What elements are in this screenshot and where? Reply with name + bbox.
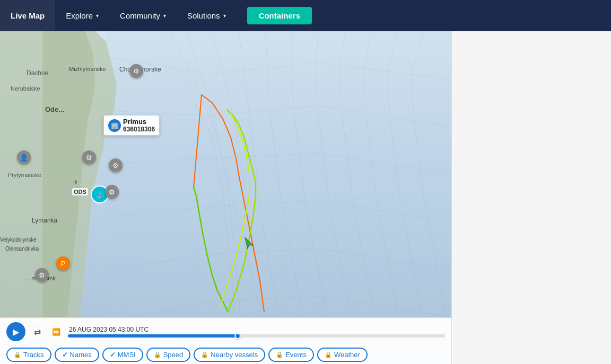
filter-nearby-label: Nearby vessels — [211, 351, 258, 359]
filter-chips: 🔒 Tracks ✓ Names ✓ MMSI 🔒 Speed 🔒 Nearby — [0, 345, 451, 364]
nav-community-label: Community — [120, 11, 160, 20]
svg-rect-0 — [106, 31, 451, 364]
check-icon-2: ✓ — [110, 351, 116, 359]
play-icon: ▶ — [13, 327, 19, 337]
play-button[interactable]: ▶ — [6, 322, 25, 341]
vessel-tooltip[interactable]: 🏢 Primus 636018306 — [103, 115, 160, 136]
chevron-down-icon: ▾ — [223, 13, 226, 19]
speed-icon: ⏩ — [52, 328, 60, 336]
lock-icon-3: 🔒 — [201, 351, 208, 358]
check-icon: ✓ — [62, 351, 68, 359]
filter-chip-mmsi[interactable]: ✓ MMSI — [102, 348, 143, 362]
place-mizhlymanske: Mizhlymanske — [69, 66, 106, 72]
filter-names-label: Names — [70, 351, 92, 359]
nav-solutions-label: Solutions — [187, 11, 220, 20]
lock-icon-2: 🔒 — [154, 351, 161, 358]
nav-live-map-label: Live Map — [11, 11, 45, 20]
lock-icon-5: 🔒 — [325, 351, 332, 358]
timeline-bar: ▶ ⇄ ⏩ 26 AUG 2023 05:43:00 UTC — [0, 318, 451, 345]
vessel-name: Primus — [123, 118, 155, 126]
filter-chip-names[interactable]: ✓ Names — [55, 348, 99, 362]
vessel-marker-1[interactable]: ⚙ — [129, 64, 143, 78]
airport-icon: ✈ — [73, 179, 78, 186]
nav-containers[interactable]: Containers — [237, 0, 322, 31]
timestamp-label: 26 AUG 2023 05:43:00 UTC — [69, 326, 445, 333]
nav-solutions[interactable]: Solutions ▾ — [177, 0, 237, 31]
place-odesa: Ode... — [45, 105, 64, 113]
vessel-marker-orange[interactable]: P — [56, 256, 70, 270]
progress-container: 26 AUG 2023 05:43:00 UTC — [68, 326, 445, 338]
chevron-down-icon: ▾ — [96, 13, 99, 19]
filter-chip-tracks[interactable]: 🔒 Tracks — [6, 348, 51, 362]
place-nerubaiske: Nerubaiske — [11, 85, 40, 92]
nav-explore-label: Explore — [66, 11, 93, 20]
navbar: Live Map Explore ▾ Community ▾ Solutions… — [0, 0, 611, 31]
filter-chip-events[interactable]: 🔒 Events — [268, 348, 314, 362]
ods-label: ODS — [72, 188, 88, 196]
map-container[interactable]: ⚓ Dachne Nerubaiske Ode... Chornomorske … — [0, 31, 451, 364]
vessel-marker-3[interactable]: ⚙ — [109, 158, 123, 172]
containers-label: Containers — [259, 11, 300, 20]
lock-icon: 🔒 — [14, 351, 21, 358]
speed-button[interactable]: ⏩ — [49, 324, 64, 339]
vessel-marker-2[interactable]: ⚙ — [82, 150, 96, 164]
lock-icon-4: 🔒 — [276, 351, 283, 358]
chevron-down-icon: ▾ — [163, 13, 166, 19]
loop-button[interactable]: ⇄ — [30, 324, 45, 339]
filter-tracks-label: Tracks — [23, 351, 44, 359]
filter-speed-label: Speed — [163, 351, 184, 359]
nav-explore[interactable]: Explore ▾ — [55, 0, 109, 31]
place-dachne: Dachne — [27, 69, 48, 77]
containers-button[interactable]: Containers — [247, 7, 312, 24]
progress-fill — [68, 334, 238, 338]
filter-chip-nearby[interactable]: 🔒 Nearby vessels — [194, 348, 265, 362]
place-lymanka: Lymanka — [32, 217, 57, 224]
map-svg: ⚓ — [0, 31, 451, 364]
filter-chip-speed[interactable]: 🔒 Speed — [146, 348, 191, 362]
progress-thumb[interactable] — [234, 333, 241, 339]
place-velykodolynske: Velykodolynske — [0, 237, 37, 243]
nav-community[interactable]: Community ▾ — [109, 0, 177, 31]
vessel-mmsi: 636018306 — [123, 126, 155, 133]
loop-icon: ⇄ — [34, 327, 41, 337]
place-prylymanske: Prylymanske — [8, 172, 41, 178]
nav-live-map[interactable]: Live Map — [0, 0, 55, 31]
person-marker[interactable]: 👤 — [17, 150, 31, 164]
svg-text:⚓: ⚓ — [95, 190, 105, 199]
filter-weather-label: Weather — [334, 351, 360, 359]
vessel-marker-5[interactable]: ⚙ — [35, 268, 49, 282]
filter-mmsi-label: MMSI — [118, 351, 136, 359]
right-panel — [451, 31, 611, 364]
place-oleksandrivka: Oleksandrivka — [5, 246, 39, 252]
progress-track[interactable] — [68, 334, 445, 338]
vessel-marker-4[interactable]: ⚙ — [105, 185, 119, 199]
filter-chip-weather[interactable]: 🔒 Weather — [317, 348, 368, 362]
filter-events-label: Events — [285, 351, 307, 359]
bottom-panel: ▶ ⇄ ⏩ 26 AUG 2023 05:43:00 UTC 🔒 Tracks — [0, 317, 451, 364]
